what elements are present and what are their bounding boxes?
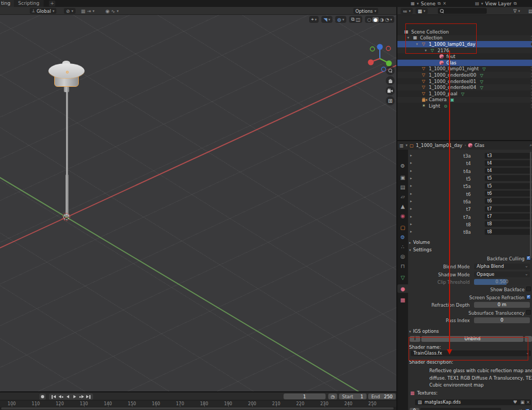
properties-tab-particles[interactable]: ∴: [397, 242, 408, 251]
refraction-depth-field[interactable]: 0 m: [474, 302, 530, 308]
param-value-field[interactable]: t6: [485, 191, 532, 196]
subsurface-translucency-checkbox[interactable]: [526, 310, 531, 315]
screen-space-refraction-checkbox[interactable]: ✓: [526, 294, 531, 299]
unbind-button[interactable]: Unbind: [421, 336, 523, 342]
expand-arrow-icon[interactable]: ▸: [410, 199, 412, 203]
expand-arrow-icon[interactable]: ▸: [410, 176, 412, 181]
properties-tab-constraints[interactable]: ⊓: [397, 261, 408, 270]
snap-magnet-toggle[interactable]: ▦ ⇥ ▾: [81, 8, 95, 14]
timeline-ruler[interactable]: 1001101201301401501601701801902002102202…: [0, 400, 396, 407]
properties-tab-material[interactable]: ●: [397, 284, 408, 293]
shader-name-field[interactable]: TrainGlass.fx: [411, 350, 531, 356]
workspace-tab-partial[interactable]: ting: [0, 0, 14, 7]
outliner-collection-dropdown[interactable]: ▦▾: [415, 8, 428, 14]
scrollbar[interactable]: [530, 152, 531, 258]
new-view-layer-icon[interactable]: ⧉: [513, 1, 517, 6]
pivot-point-dropdown[interactable]: ⌖▾: [309, 16, 319, 23]
properties-tab-view-layer[interactable]: ▱: [397, 192, 408, 201]
jump-to-end-button[interactable]: [85, 394, 92, 399]
jump-to-start-button[interactable]: [51, 394, 57, 399]
next-keyframe-button[interactable]: [78, 394, 85, 399]
open-folder-icon[interactable]: ▣: [520, 399, 525, 405]
pan-hand-icon[interactable]: [386, 76, 395, 85]
expand-arrow-icon[interactable]: ▸: [410, 192, 412, 196]
current-frame-field[interactable]: 1: [284, 393, 326, 399]
section-volume[interactable]: ▸Volume: [409, 240, 430, 245]
transform-orientation-dropdown[interactable]: ⟂ Global ▾: [30, 8, 56, 14]
record-button[interactable]: [39, 393, 46, 400]
param-value-field[interactable]: t4: [485, 160, 532, 166]
outliner-row[interactable]: ▽1_1000_onderdeel01▽: [397, 78, 532, 85]
properties-tab-tool[interactable]: ⚙: [397, 161, 408, 170]
shadow-mode-dropdown[interactable]: Opaque: [474, 272, 530, 277]
expand-arrow-icon[interactable]: ▾: [408, 36, 410, 40]
param-value-field[interactable]: t8: [485, 221, 532, 227]
outliner-row[interactable]: ▽1_1000_onderdeel04▽: [397, 84, 532, 91]
play-reverse-button[interactable]: [64, 394, 71, 399]
close-icon[interactable]: ×: [443, 1, 446, 6]
timeline-scrollbar[interactable]: [0, 407, 396, 410]
info-icon-button[interactable]: i: [410, 336, 420, 342]
expand-arrow-icon[interactable]: ▸: [410, 153, 412, 158]
scrollbar-thumb[interactable]: [1, 407, 394, 409]
viewport-3d[interactable]: ⌖▾ ◥▾ ◍▾ ⧉ ◫ ○ ● ◑ ◔ ▾: [0, 15, 396, 391]
texture-file-field[interactable]: ▨matglasKap.dds♥▣×: [415, 399, 531, 405]
expand-arrow-icon[interactable]: ▸: [410, 229, 412, 234]
properties-tab-object-data[interactable]: ▽: [397, 273, 408, 282]
shading-rendered-icon[interactable]: ◔: [385, 17, 389, 22]
outliner-row[interactable]: ▾▦Collection: [397, 35, 532, 42]
expand-arrow-icon[interactable]: ▾: [416, 42, 418, 46]
outliner-options-icon[interactable]: ▤: [528, 8, 532, 14]
scene-selector[interactable]: ▦ ▾ Scene ⧉ ×: [411, 0, 446, 7]
prev-keyframe-button[interactable]: [57, 394, 64, 399]
xray-icon[interactable]: ◫: [356, 17, 361, 22]
param-value-field[interactable]: t7: [485, 206, 532, 212]
param-value-field[interactable]: t6: [485, 198, 532, 204]
properties-tab-texture[interactable]: ▩: [397, 296, 408, 304]
breadcrumb-material[interactable]: Glas: [475, 143, 485, 148]
texture-slot-icon[interactable]: 0: [410, 408, 419, 410]
outliner-row[interactable]: ▦Scene Collection: [397, 29, 532, 35]
outliner-search-input[interactable]: [438, 8, 487, 14]
breadcrumb-object[interactable]: 1_1000_lamp01_day: [416, 143, 463, 148]
snap-target-dropdown[interactable]: ⊘ ▾: [64, 8, 76, 14]
use-preview-range-icon[interactable]: ◷: [328, 393, 337, 399]
properties-tab-render[interactable]: ▣: [397, 173, 408, 182]
proportional-dropdown[interactable]: ◍▾: [335, 16, 346, 23]
frame-end-field[interactable]: End250: [368, 393, 396, 399]
outliner-display-mode-dropdown[interactable]: ≔▾: [401, 8, 413, 14]
unbind-extra-button[interactable]: [525, 336, 532, 342]
outliner-row[interactable]: ▾▽2176: [397, 47, 532, 54]
outliner-row[interactable]: Glas: [397, 60, 532, 66]
expand-arrow-icon[interactable]: ▸: [410, 222, 412, 226]
section-settings[interactable]: ▾Settings: [409, 247, 431, 252]
toggle-grid-icon[interactable]: ⊞: [386, 96, 395, 105]
param-value-field[interactable]: t3: [485, 153, 532, 159]
overlays-icon[interactable]: ⧉: [351, 17, 354, 22]
param-value-field[interactable]: t5: [485, 175, 532, 181]
properties-tab-physics[interactable]: ◎: [397, 252, 408, 260]
shading-wireframe-icon[interactable]: ○: [367, 17, 371, 22]
filter-dropdown[interactable]: ∇▾: [513, 8, 520, 14]
expand-arrow-icon[interactable]: ▸: [410, 215, 412, 219]
snap-magnet-dropdown[interactable]: ◥▾: [321, 16, 332, 23]
param-value-field[interactable]: t7: [485, 214, 532, 219]
outliner-row[interactable]: ▽1_1000_onderdeel00▽: [397, 72, 532, 78]
outliner-row[interactable]: fout: [397, 53, 532, 60]
unlink-icon[interactable]: ×: [526, 399, 530, 405]
options-dropdown[interactable]: Options ▾: [353, 8, 378, 14]
show-backface-checkbox[interactable]: [526, 286, 531, 291]
workspace-tab-scripting[interactable]: Scripting: [14, 0, 44, 7]
expand-arrow-icon[interactable]: ▾: [425, 48, 427, 53]
pin-icon[interactable]: ⌕: [530, 143, 532, 148]
expand-arrow-icon[interactable]: ▸: [410, 207, 412, 211]
texture-mapping-dropdown[interactable]: [420, 408, 501, 410]
expand-arrow-icon[interactable]: ▸: [410, 184, 412, 188]
expand-arrow-icon[interactable]: ▸: [410, 169, 412, 173]
shading-solid-icon[interactable]: ●: [372, 17, 379, 22]
pass-index-field[interactable]: 0: [474, 317, 530, 323]
param-value-field[interactable]: t5: [485, 183, 532, 189]
frame-start-field[interactable]: Start1: [339, 393, 367, 399]
view-layer-selector[interactable]: ▤ ▾ View Layer ⧉: [475, 0, 517, 7]
shading-material-icon[interactable]: ◑: [380, 17, 384, 22]
